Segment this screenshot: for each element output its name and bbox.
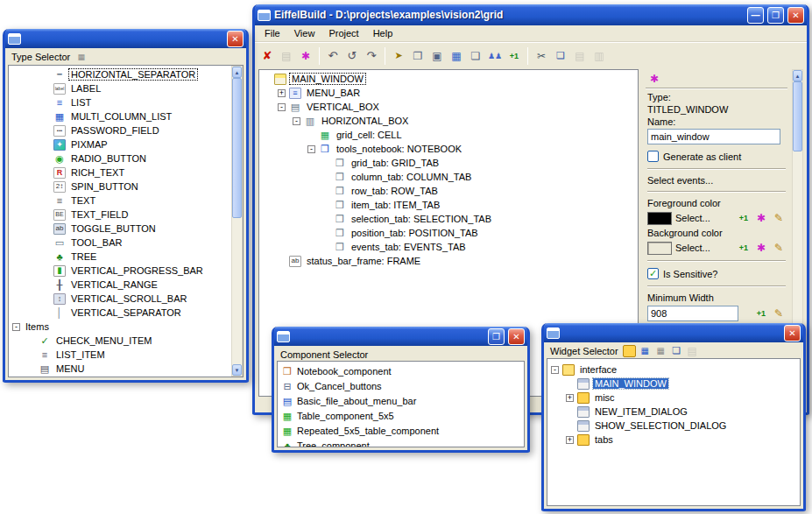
close-icon[interactable] [787, 7, 804, 24]
hide-grid-icon[interactable]: ▦ [654, 345, 667, 357]
scroll-track[interactable] [232, 218, 242, 364]
tree-item[interactable]: NEW_ITEM_DIALOG [547, 405, 800, 419]
close-icon[interactable] [784, 325, 801, 341]
vertical-scrollbar[interactable] [231, 66, 243, 377]
select-events-link[interactable]: Select events... [647, 175, 786, 186]
tree-item[interactable]: ▦grid_cell: CELL [259, 128, 638, 142]
tree-item[interactable]: ▮VERTICAL_PROGRESS_BAR [9, 264, 243, 278]
tree-item[interactable]: │VERTICAL_SEPARATOR [9, 306, 243, 320]
tools-icon[interactable]: ✱ [646, 70, 663, 88]
list-item[interactable]: ♣Tree_component [278, 438, 524, 447]
new-folder-icon[interactable] [623, 345, 636, 357]
pencil-icon[interactable]: ✎ [772, 211, 786, 225]
tree-item[interactable]: abTOGGLE_BUTTON [9, 222, 243, 236]
modify-icon[interactable]: ✱ [754, 241, 768, 255]
expand-icon[interactable]: + [566, 394, 574, 402]
generate-client-checkbox[interactable]: Generate as client [647, 151, 786, 162]
tree-item[interactable]: ❒position_tab: POSITION_TAB [259, 226, 638, 240]
tree-item[interactable]: -▤VERTICAL_BOX [259, 100, 638, 114]
menu-view[interactable]: View [287, 26, 322, 40]
tree-item[interactable]: +tabs [547, 433, 800, 447]
collapse-icon[interactable]: - [12, 323, 20, 331]
redo-icon[interactable]: ↷ [363, 47, 380, 65]
tree-item[interactable]: ▭TOOL_BAR [9, 236, 243, 250]
tree-item[interactable]: -Items [9, 320, 243, 334]
undo-icon[interactable]: ↶ [324, 47, 342, 65]
list-item[interactable]: ▦Repeated_5x5_table_component [278, 423, 524, 438]
tree-item[interactable]: ▦MULTI_COLUMN_LIST [9, 109, 243, 123]
is-sensitive-checkbox[interactable]: Is Sensitive? [647, 268, 786, 279]
component-selector-window-icon[interactable]: ▣ [428, 47, 446, 65]
expand-icon[interactable]: + [278, 89, 286, 97]
tree-item[interactable]: labelLABEL [9, 81, 243, 95]
select-events-icon[interactable]: ♟♟ [486, 47, 504, 65]
scroll-down-icon[interactable] [232, 364, 242, 376]
tree-item[interactable]: -▥HORIZONTAL_BOX [259, 114, 638, 128]
background-select-button[interactable]: Select... [675, 243, 710, 253]
tree-item[interactable]: ✦PIXMAP [9, 137, 243, 151]
checkbox-icon[interactable] [647, 151, 659, 162]
add-object-icon[interactable]: +1 [505, 47, 523, 65]
tree-item[interactable]: abstatus_bar_frame: FRAME [259, 254, 638, 268]
add-one-icon[interactable]: +1 [737, 241, 751, 255]
minimize-icon[interactable] [747, 7, 764, 24]
checkbox-icon[interactable] [647, 268, 659, 279]
close-icon[interactable] [227, 31, 244, 47]
tree-item[interactable]: ❒column_tab: COLUMN_TAB [259, 170, 638, 184]
tree-item[interactable]: •••PASSWORD_FIELD [9, 123, 243, 137]
tree-item[interactable]: +misc [547, 391, 800, 405]
collapse-icon[interactable]: - [278, 103, 286, 111]
delete-icon[interactable]: ✘ [258, 47, 276, 65]
tree-item[interactable]: ✓CHECK_MENU_ITEM [9, 334, 243, 348]
maximize-icon[interactable] [488, 328, 505, 345]
list-item[interactable]: ⊟Ok_Cancel_buttons [278, 378, 524, 393]
tree-item[interactable]: ↕VERTICAL_SCROLL_BAR [9, 292, 243, 306]
tree-item[interactable]: ≡LIST [9, 95, 243, 109]
tree-item[interactable]: BETEXT_FIELD [9, 208, 243, 222]
add-one-icon[interactable]: +1 [754, 306, 768, 320]
minimum-width-input[interactable] [647, 306, 738, 321]
pencil-icon[interactable]: ✎ [772, 241, 786, 255]
show-grid-icon[interactable]: ▦ [639, 345, 652, 357]
add-one-icon[interactable]: +1 [737, 211, 751, 225]
clipboard-icon[interactable]: ▥ [590, 47, 608, 65]
tree-item[interactable]: ≡TEXT [9, 194, 243, 208]
generate-icon[interactable]: ➤ [390, 47, 407, 65]
widget-selector-window-icon[interactable]: ❏ [467, 47, 484, 65]
title-bar[interactable]: EiffelBuild - D:\projects\examples\visio… [255, 4, 807, 25]
list-item[interactable]: ▦Table_component_5x5 [278, 408, 524, 423]
foreground-swatch[interactable] [647, 212, 672, 225]
foreground-select-button[interactable]: Select... [675, 213, 710, 223]
tools-icon[interactable]: ✱ [297, 47, 314, 65]
scroll-thumb[interactable] [793, 81, 802, 151]
background-swatch[interactable] [647, 242, 672, 255]
tree-item[interactable]: ━HORIZONTAL_SEPARATOR [9, 67, 243, 81]
tree-item[interactable]: ❒row_tab: ROW_TAB [259, 184, 638, 198]
name-input[interactable] [647, 129, 780, 144]
tree-item[interactable]: MAIN_WINDOW [259, 72, 638, 86]
layout-constructor-icon[interactable]: ▦ [448, 47, 465, 65]
tree-item[interactable]: ╂VERTICAL_RANGE [9, 278, 243, 292]
tree-item[interactable]: ▤MENU [9, 362, 243, 376]
tree-item[interactable]: RRICH_TEXT [9, 165, 243, 180]
tree-item[interactable]: ◉RADIO_BUTTON [9, 151, 243, 165]
tree-item[interactable]: -❒tools_notebook: NOTEBOOK [259, 142, 638, 156]
title-bar[interactable] [5, 29, 246, 48]
tree-item[interactable]: 2↕SPIN_BUTTON [9, 180, 243, 194]
list-item[interactable]: ❒Notebook_component [278, 363, 524, 378]
scroll-thumb[interactable] [232, 78, 242, 218]
collapse-icon[interactable]: - [551, 366, 559, 374]
collapse-icon[interactable]: - [293, 117, 300, 125]
paste-icon[interactable]: ▤ [686, 345, 699, 357]
tree-item[interactable]: ❒selection_tab: SELECTION_TAB [259, 212, 638, 226]
tree-item[interactable]: -interface [547, 363, 800, 377]
tree-item[interactable]: ❒grid_tab: GRID_TAB [259, 156, 638, 170]
menu-file[interactable]: File [258, 26, 287, 40]
type-selector-window-icon[interactable]: ❐ [409, 47, 427, 65]
tree-item[interactable]: ❒events_tab: EVENTS_TAB [259, 240, 638, 254]
copy-icon[interactable]: ❏ [670, 345, 683, 357]
menu-project[interactable]: Project [321, 26, 365, 40]
maximize-icon[interactable] [767, 7, 784, 24]
scroll-up-icon[interactable] [232, 67, 242, 78]
tree-item[interactable]: SHOW_SELECTION_DIALOG [547, 419, 800, 433]
